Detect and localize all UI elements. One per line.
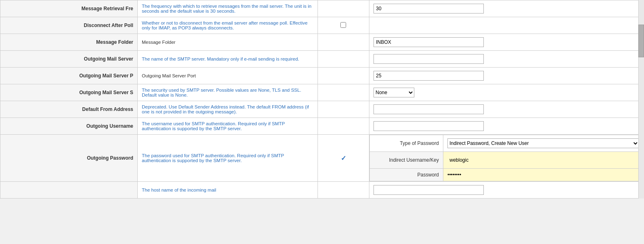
config-row-disconnect-after-poll: Disconnect After PollWhether or not to d… [0,17,644,34]
pw-username-row: Indirect Username/Key [369,152,643,169]
check-cell-outgoing-username [318,118,369,135]
pw-type-row: Type of PasswordIndirect Password, Creat… [369,135,643,152]
check-cell-default-from-address [318,101,369,118]
config-table: Message Retrieval FreThe frequency with … [0,0,644,199]
label-message-retrieval-freq: Message Retrieval Fre [0,0,138,17]
label-disconnect-after-poll: Disconnect After Poll [0,17,138,34]
desc-outgoing-mail-server-port: Outgoing Mail Server Port [138,68,318,84]
scrollbar-thumb[interactable] [638,25,644,57]
check-cell-outgoing-password: ✓ [318,135,369,182]
check-cell-incoming-host [318,182,369,199]
label-outgoing-mail-server-port: Outgoing Mail Server P [0,68,138,84]
check-cell-outgoing-mail-server-port [318,68,369,84]
value-cell-incoming-host [369,182,644,199]
type-of-password-cell: Indirect Password, Create New UserDirect… [443,135,643,152]
value-cell-message-retrieval-freq [369,0,644,17]
indirect-username-label: Indirect Username/Key [369,152,443,169]
desc-outgoing-mail-server: The name of the SMTP server. Mandatory o… [138,51,318,68]
input-outgoing-username[interactable] [373,121,484,131]
label-outgoing-username: Outgoing Username [0,118,138,135]
value-cell-outgoing-mail-server [369,51,644,68]
desc-default-from-address: Deprecated. Use Default Sender Address i… [138,101,318,118]
config-row-incoming-host: The host name of the incoming mail [0,182,644,199]
desc-outgoing-username: The username used for SMTP authenticatio… [138,118,318,135]
config-row-default-from-address: Default From AddressDeprecated. Use Defa… [0,101,644,118]
check-cell-message-folder [318,34,369,51]
label-incoming-host [0,182,138,199]
config-row-message-retrieval-freq: Message Retrieval FreThe frequency with … [0,0,644,17]
config-row-message-folder: Message FolderMessage Folder [0,34,644,51]
label-outgoing-mail-server-security: Outgoing Mail Server S [0,84,138,101]
value-cell-disconnect-after-poll [369,17,644,34]
password-value-cell [443,169,643,181]
desc-outgoing-password: The password used for SMTP authenticatio… [138,135,318,182]
password-input[interactable] [447,172,639,178]
label-outgoing-mail-server: Outgoing Mail Server [0,51,138,68]
type-of-password-select[interactable]: Indirect Password, Create New UserDirect… [447,138,639,148]
check-cell-disconnect-after-poll [318,17,369,34]
config-row-outgoing-username: Outgoing UsernameThe username used for S… [0,118,644,135]
pw-password-row: Password [369,169,643,181]
desc-message-retrieval-freq: The frequency with which to retrieve mes… [138,0,318,17]
desc-disconnect-after-poll: Whether or not to disconnect from the em… [138,17,318,34]
value-cell-outgoing-mail-server-port [369,68,644,84]
input-default-from-address[interactable] [373,104,484,114]
value-cell-message-folder [369,34,644,51]
check-cell-outgoing-mail-server-security [318,84,369,101]
input-incoming-host[interactable] [373,185,484,195]
scrollbar-track[interactable] [638,0,644,199]
label-outgoing-password: Outgoing Password [0,135,138,182]
value-cell-outgoing-mail-server-security: NoneTLSSSL [369,84,644,101]
input-message-folder[interactable] [373,37,484,47]
value-cell-outgoing-username [369,118,644,135]
input-outgoing-mail-server-port[interactable] [373,71,484,81]
checkbox-disconnect-after-poll[interactable] [340,22,346,28]
input-outgoing-mail-server[interactable] [373,54,484,64]
indirect-username-input[interactable] [447,155,639,165]
check-cell-message-retrieval-freq [318,0,369,17]
config-row-outgoing-password: Outgoing PasswordThe password used for S… [0,135,644,182]
password-sub-table: Type of PasswordIndirect Password, Creat… [369,135,644,181]
label-message-folder: Message Folder [0,34,138,51]
input-message-retrieval-freq[interactable] [373,4,484,14]
desc-message-folder: Message Folder [138,34,318,51]
select-outgoing-mail-server-security[interactable]: NoneTLSSSL [373,88,414,97]
check-cell-outgoing-mail-server [318,51,369,68]
label-default-from-address: Default From Address [0,101,138,118]
config-row-outgoing-mail-server: Outgoing Mail ServerThe name of the SMTP… [0,51,644,68]
type-of-password-label: Type of Password [369,135,443,152]
config-row-outgoing-mail-server-port: Outgoing Mail Server POutgoing Mail Serv… [0,68,644,84]
config-page: Message Retrieval FreThe frequency with … [0,0,644,199]
value-cell-outgoing-password: Type of PasswordIndirect Password, Creat… [369,135,644,182]
desc-incoming-host: The host name of the incoming mail [138,182,318,199]
indirect-username-cell [443,152,643,169]
password-label: Password [369,169,443,181]
checkmark-outgoing-password: ✓ [341,155,346,162]
desc-outgoing-mail-server-security: The security used by SMTP server. Possib… [138,84,318,101]
value-cell-default-from-address [369,101,644,118]
config-row-outgoing-mail-server-security: Outgoing Mail Server SThe security used … [0,84,644,101]
